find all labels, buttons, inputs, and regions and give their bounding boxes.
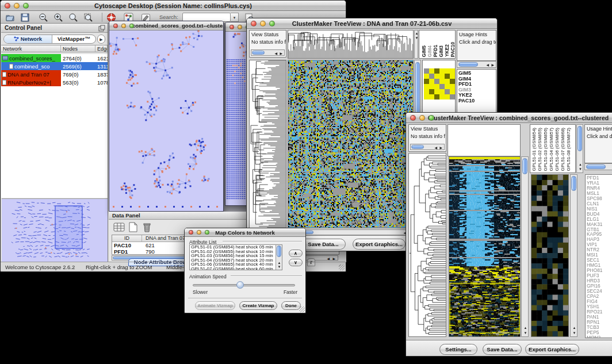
minimize-button[interactable]	[260, 21, 266, 26]
network-view-titlebar[interactable]: combined_scores_good.txt--cluste...	[109, 21, 223, 30]
minimize-button[interactable]	[121, 24, 126, 28]
treeview-window-2: ClusterMaker TreeView : combined_scores_…	[406, 112, 612, 357]
column-mini-scrollbar[interactable]: ▲ ▼	[414, 30, 418, 59]
create-vizmap-button[interactable]: Create Vizmap	[239, 301, 277, 310]
zoom-out-icon[interactable]	[39, 13, 48, 25]
scroll-right-arrow[interactable]: ▶	[332, 257, 335, 260]
network-table-row[interactable]: DNA and Tran 07 769(0) 183728(0)	[1, 70, 108, 78]
tab-vizmapper[interactable]: VizMapper™	[52, 35, 95, 43]
column-dendrogram[interactable]	[288, 30, 414, 59]
zoom-button[interactable]	[429, 115, 434, 121]
zoom-in-icon[interactable]	[53, 13, 63, 25]
float-panel-icon[interactable]	[98, 25, 105, 35]
heatmap-main[interactable]	[288, 60, 414, 228]
scroll-thumb[interactable]	[277, 246, 281, 257]
close-button[interactable]	[113, 24, 118, 28]
column-dendrogram-area[interactable]	[447, 124, 521, 156]
close-button[interactable]	[230, 25, 234, 29]
zoom-button[interactable]	[129, 24, 134, 28]
minimize-button[interactable]	[238, 25, 242, 29]
row-dendrogram[interactable]	[408, 153, 446, 337]
attribute-select-icon[interactable]	[113, 222, 125, 235]
network-table-row[interactable]: RNAPuberNov2+| 563(0) 107847(0)	[1, 78, 108, 86]
animate-vizmap-button[interactable]: Animate Vizmap	[195, 301, 235, 310]
view-status-hscrollbar[interactable]: ◀ ▶	[410, 144, 445, 150]
zoom-button[interactable]	[205, 230, 209, 235]
network-table: combined_scores_ 2764(0) 16218(0) combin…	[1, 54, 108, 198]
network-overview-panel[interactable]	[2, 198, 108, 262]
column-label: GPL51-02 (GSM855)	[537, 128, 542, 171]
control-panel-header: Control Panel	[1, 24, 108, 33]
move-up-button[interactable]: ∧	[289, 250, 303, 257]
save-icon[interactable]	[20, 13, 30, 25]
listbox-vscrollbar[interactable]: ▲ ▼	[276, 245, 282, 270]
dialog-resize-grip[interactable]	[299, 306, 305, 312]
usage-hints-hscrollbar[interactable]	[584, 163, 612, 170]
column-labels-vscrollbar[interactable]: ▲ ▼	[576, 124, 583, 173]
window-controls	[5, 3, 29, 9]
column-label: PAC10	[450, 42, 456, 57]
minimize-button[interactable]	[197, 230, 201, 235]
heatmap-main[interactable]	[449, 156, 521, 337]
column-labels-panel[interactable]: GIM5GIM4PFD1GIM3YKE2PAC10	[419, 30, 456, 59]
resize-grip[interactable]	[339, 265, 345, 270]
dialog-titlebar[interactable]: Map Colors to Network	[185, 228, 305, 237]
export-graphics-button[interactable]: Export Graphics...	[525, 344, 579, 355]
new-attribute-icon[interactable]	[128, 222, 137, 235]
search-dropdown-arrow[interactable]: ▾	[231, 13, 239, 22]
delete-attribute-icon[interactable]	[142, 222, 151, 235]
attribute-list-item[interactable]: GPL51-07 (GSM868) heat shock 60 min	[190, 267, 282, 270]
move-down-button[interactable]: ∨	[289, 259, 303, 266]
scroll-thumb[interactable]	[571, 176, 576, 191]
minimize-button[interactable]	[419, 115, 425, 121]
view-status-hscrollbar[interactable]: ◀ ▶	[251, 49, 285, 56]
network-graph-canvas[interactable]	[109, 30, 223, 211]
zoom-button[interactable]	[23, 3, 29, 9]
zoom-selected-icon[interactable]	[83, 13, 93, 25]
zoom-heatmap-panel[interactable]	[531, 174, 569, 337]
close-button[interactable]	[189, 230, 193, 235]
tab-overflow-arrow[interactable]: ▶	[97, 35, 105, 44]
close-button[interactable]	[5, 3, 10, 9]
zoom-button[interactable]	[269, 21, 275, 26]
open-file-icon[interactable]	[5, 13, 15, 25]
desktop: Cytoscape Desktop (Session Name: collins…	[0, 0, 612, 364]
column-label: PFD1	[433, 45, 438, 57]
column-label: GPL51-03 (GSM856)	[543, 128, 548, 171]
treeview2-titlebar[interactable]: ClusterMaker TreeView : combined_scores_…	[406, 113, 612, 123]
animation-speed-slider-thumb[interactable]	[236, 281, 244, 289]
export-graphics-button[interactable]: Export Graphics...	[353, 239, 406, 250]
attribute-listbox[interactable]: GPL51-01 (GSM854) heat shock 05 minGPL51…	[189, 244, 282, 270]
network-overview-canvas[interactable]	[2, 199, 106, 261]
network-tab-icon	[14, 36, 19, 41]
row-dendrogram[interactable]	[249, 60, 286, 228]
zoom-vscrollbar[interactable]: ▲ ▼	[570, 174, 577, 337]
heatmap-vscrollbar[interactable]: ▲ ▼	[521, 156, 529, 337]
scroll-thumb[interactable]	[577, 126, 582, 151]
scroll-left-arrow[interactable]: ◀	[327, 257, 330, 260]
main-titlebar[interactable]: Cytoscape Desktop (Session Name: collins…	[1, 1, 346, 11]
usage-hints-hscrollbar[interactable]: ◀ ▶	[457, 61, 496, 68]
animation-speed-slider-track[interactable]	[193, 284, 295, 286]
control-panel-tabs: Network VizMapper™ ▶	[1, 33, 108, 45]
gene-labels-panel[interactable]: PFD1YRA1RNR4MSL1SPC98CLN1NIS1BUD4ELG1MAK…	[585, 174, 612, 338]
close-button[interactable]	[251, 21, 257, 26]
close-button[interactable]	[410, 115, 416, 121]
status-hint-middle: Middle-	[166, 264, 184, 270]
column-labels-panel[interactable]: GPL51-01 (GSM854)GPL51-02 (GSM855)GPL51-…	[530, 124, 576, 173]
scroll-thumb[interactable]	[522, 158, 527, 174]
save-data-button[interactable]: Save Data...	[483, 344, 522, 355]
bottom-hscrollbar[interactable]: ◀ ▶	[288, 229, 414, 235]
minimize-button[interactable]	[14, 3, 20, 9]
settings-button[interactable]: Settings...	[439, 344, 477, 355]
done-button[interactable]: Done	[281, 301, 301, 310]
column-label: GIM5	[421, 45, 427, 57]
tab-network[interactable]: Network	[4, 35, 52, 43]
network-table-row[interactable]: combined_sco 2569(6) 13112(15)	[1, 62, 108, 70]
scroll-thumb[interactable]	[415, 62, 420, 117]
network-table-row[interactable]: combined_scores_ 2764(0) 16218(0)	[1, 54, 108, 62]
map-colors-dialog: Map Colors to Network Attribute List GPL…	[184, 228, 306, 313]
zoom-fit-icon[interactable]	[68, 13, 78, 25]
treeview1-titlebar[interactable]: ClusterMaker TreeView : DNA and Tran 07-…	[247, 18, 497, 29]
save-data-button[interactable]: Save Data...	[301, 239, 346, 250]
